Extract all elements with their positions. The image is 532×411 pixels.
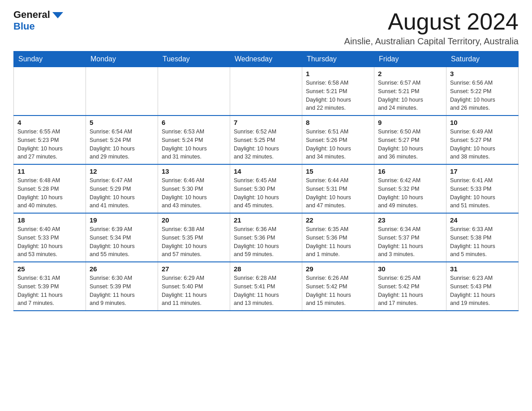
- day-info: Sunrise: 6:53 AM Sunset: 5:24 PM Dayligh…: [162, 128, 226, 161]
- calendar-cell: 13Sunrise: 6:46 AM Sunset: 5:30 PM Dayli…: [158, 164, 230, 213]
- calendar-cell: 18Sunrise: 6:40 AM Sunset: 5:33 PM Dayli…: [14, 213, 86, 262]
- day-number: 17: [450, 167, 515, 175]
- calendar-header: Sunday Monday Tuesday Wednesday Thursday…: [14, 51, 519, 67]
- day-number: 10: [450, 119, 515, 126]
- calendar-cell: 14Sunrise: 6:45 AM Sunset: 5:30 PM Dayli…: [230, 164, 302, 213]
- week-row-5: 25Sunrise: 6:31 AM Sunset: 5:39 PM Dayli…: [14, 262, 519, 311]
- day-info: Sunrise: 6:26 AM Sunset: 5:42 PM Dayligh…: [306, 274, 370, 308]
- day-number: 31: [450, 265, 515, 273]
- day-info: Sunrise: 6:35 AM Sunset: 5:36 PM Dayligh…: [306, 225, 370, 259]
- day-info: Sunrise: 6:23 AM Sunset: 5:43 PM Dayligh…: [450, 274, 515, 308]
- day-info: Sunrise: 6:33 AM Sunset: 5:38 PM Dayligh…: [450, 225, 515, 259]
- day-number: 25: [17, 265, 82, 273]
- day-number: 27: [162, 265, 226, 273]
- col-wednesday: Wednesday: [230, 51, 302, 67]
- calendar-cell: 10Sunrise: 6:49 AM Sunset: 5:27 PM Dayli…: [446, 116, 519, 164]
- day-number: 11: [17, 167, 82, 175]
- calendar-cell: [14, 67, 86, 116]
- col-tuesday: Tuesday: [158, 51, 230, 67]
- day-info: Sunrise: 6:52 AM Sunset: 5:25 PM Dayligh…: [234, 128, 298, 161]
- day-info: Sunrise: 6:49 AM Sunset: 5:27 PM Dayligh…: [450, 128, 515, 161]
- week-row-4: 18Sunrise: 6:40 AM Sunset: 5:33 PM Dayli…: [14, 213, 519, 262]
- day-info: Sunrise: 6:25 AM Sunset: 5:42 PM Dayligh…: [378, 274, 442, 308]
- calendar-cell: 9Sunrise: 6:50 AM Sunset: 5:27 PM Daylig…: [374, 116, 446, 164]
- day-number: 28: [234, 265, 298, 273]
- logo: General Blue: [13, 9, 63, 32]
- calendar-cell: 31Sunrise: 6:23 AM Sunset: 5:43 PM Dayli…: [446, 262, 519, 311]
- day-info: Sunrise: 6:40 AM Sunset: 5:33 PM Dayligh…: [17, 225, 82, 259]
- calendar-cell: 28Sunrise: 6:28 AM Sunset: 5:41 PM Dayli…: [230, 262, 302, 311]
- calendar-cell: 5Sunrise: 6:54 AM Sunset: 5:24 PM Daylig…: [86, 116, 158, 164]
- day-number: 29: [306, 265, 370, 273]
- day-number: 16: [378, 167, 442, 175]
- day-number: 14: [234, 167, 298, 175]
- calendar-cell: [158, 67, 230, 116]
- day-number: 7: [234, 119, 298, 126]
- logo-arrow-icon: [52, 12, 63, 18]
- day-info: Sunrise: 6:31 AM Sunset: 5:39 PM Dayligh…: [17, 274, 82, 308]
- day-info: Sunrise: 6:48 AM Sunset: 5:28 PM Dayligh…: [17, 176, 82, 210]
- day-number: 4: [17, 119, 82, 126]
- day-info: Sunrise: 6:29 AM Sunset: 5:40 PM Dayligh…: [162, 274, 226, 308]
- calendar-cell: 17Sunrise: 6:41 AM Sunset: 5:33 PM Dayli…: [446, 164, 519, 213]
- calendar-cell: 6Sunrise: 6:53 AM Sunset: 5:24 PM Daylig…: [158, 116, 230, 164]
- day-info: Sunrise: 6:54 AM Sunset: 5:24 PM Dayligh…: [90, 128, 154, 161]
- month-title: August 2024: [344, 9, 519, 34]
- calendar-cell: [230, 67, 302, 116]
- day-info: Sunrise: 6:41 AM Sunset: 5:33 PM Dayligh…: [450, 176, 515, 210]
- page-header: General Blue August 2024 Ainslie, Austra…: [13, 9, 519, 47]
- day-info: Sunrise: 6:46 AM Sunset: 5:30 PM Dayligh…: [162, 176, 226, 210]
- calendar-cell: 16Sunrise: 6:42 AM Sunset: 5:32 PM Dayli…: [374, 164, 446, 213]
- week-row-1: 1Sunrise: 6:58 AM Sunset: 5:21 PM Daylig…: [14, 67, 519, 116]
- day-number: 21: [234, 216, 298, 224]
- calendar-cell: 4Sunrise: 6:55 AM Sunset: 5:23 PM Daylig…: [14, 116, 86, 164]
- calendar-cell: 26Sunrise: 6:30 AM Sunset: 5:39 PM Dayli…: [86, 262, 158, 311]
- calendar-cell: 11Sunrise: 6:48 AM Sunset: 5:28 PM Dayli…: [14, 164, 86, 213]
- title-area: August 2024 Ainslie, Australian Capital …: [344, 9, 519, 47]
- day-number: 30: [378, 265, 442, 273]
- day-number: 9: [378, 119, 442, 126]
- calendar-cell: [86, 67, 158, 116]
- week-row-2: 4Sunrise: 6:55 AM Sunset: 5:23 PM Daylig…: [14, 116, 519, 164]
- day-number: 22: [306, 216, 370, 224]
- day-info: Sunrise: 6:42 AM Sunset: 5:32 PM Dayligh…: [378, 176, 442, 210]
- day-number: 26: [90, 265, 154, 273]
- calendar-cell: 25Sunrise: 6:31 AM Sunset: 5:39 PM Dayli…: [14, 262, 86, 311]
- day-info: Sunrise: 6:38 AM Sunset: 5:35 PM Dayligh…: [162, 225, 226, 259]
- day-info: Sunrise: 6:30 AM Sunset: 5:39 PM Dayligh…: [90, 274, 154, 308]
- col-thursday: Thursday: [302, 51, 374, 67]
- col-sunday: Sunday: [14, 51, 86, 67]
- calendar-cell: 1Sunrise: 6:58 AM Sunset: 5:21 PM Daylig…: [302, 67, 374, 116]
- day-number: 19: [90, 216, 154, 224]
- calendar-cell: 3Sunrise: 6:56 AM Sunset: 5:22 PM Daylig…: [446, 67, 519, 116]
- day-number: 3: [450, 70, 515, 77]
- day-info: Sunrise: 6:39 AM Sunset: 5:34 PM Dayligh…: [90, 225, 154, 259]
- calendar-cell: 12Sunrise: 6:47 AM Sunset: 5:29 PM Dayli…: [86, 164, 158, 213]
- calendar-cell: 19Sunrise: 6:39 AM Sunset: 5:34 PM Dayli…: [86, 213, 158, 262]
- day-number: 18: [17, 216, 82, 224]
- col-monday: Monday: [86, 51, 158, 67]
- day-info: Sunrise: 6:51 AM Sunset: 5:26 PM Dayligh…: [306, 128, 370, 161]
- header-row: Sunday Monday Tuesday Wednesday Thursday…: [14, 51, 519, 67]
- day-info: Sunrise: 6:47 AM Sunset: 5:29 PM Dayligh…: [90, 176, 154, 210]
- logo-blue-text: Blue: [13, 21, 35, 32]
- day-info: Sunrise: 6:36 AM Sunset: 5:36 PM Dayligh…: [234, 225, 298, 259]
- day-number: 23: [378, 216, 442, 224]
- location-title: Ainslie, Australian Capital Territory, A…: [344, 36, 519, 47]
- day-info: Sunrise: 6:55 AM Sunset: 5:23 PM Dayligh…: [17, 128, 82, 161]
- calendar-body: 1Sunrise: 6:58 AM Sunset: 5:21 PM Daylig…: [14, 67, 519, 311]
- calendar-cell: 29Sunrise: 6:26 AM Sunset: 5:42 PM Dayli…: [302, 262, 374, 311]
- calendar-cell: 21Sunrise: 6:36 AM Sunset: 5:36 PM Dayli…: [230, 213, 302, 262]
- calendar-cell: 24Sunrise: 6:33 AM Sunset: 5:38 PM Dayli…: [446, 213, 519, 262]
- calendar-cell: 27Sunrise: 6:29 AM Sunset: 5:40 PM Dayli…: [158, 262, 230, 311]
- calendar-cell: 23Sunrise: 6:34 AM Sunset: 5:37 PM Dayli…: [374, 213, 446, 262]
- day-number: 24: [450, 216, 515, 224]
- col-saturday: Saturday: [446, 51, 519, 67]
- day-number: 8: [306, 119, 370, 126]
- day-info: Sunrise: 6:56 AM Sunset: 5:22 PM Dayligh…: [450, 79, 515, 112]
- col-friday: Friday: [374, 51, 446, 67]
- day-number: 1: [306, 70, 370, 77]
- day-info: Sunrise: 6:58 AM Sunset: 5:21 PM Dayligh…: [306, 79, 370, 112]
- logo-general-text: General: [13, 9, 50, 21]
- calendar-cell: 15Sunrise: 6:44 AM Sunset: 5:31 PM Dayli…: [302, 164, 374, 213]
